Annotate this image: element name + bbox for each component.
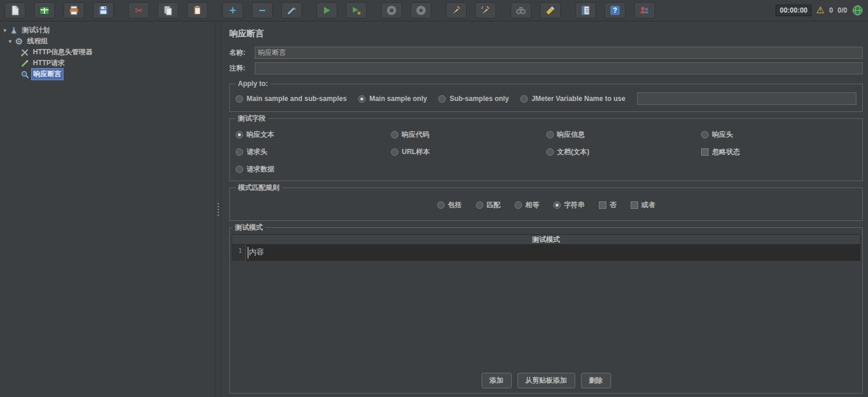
radio-request-headers[interactable]: 请求头 (236, 147, 391, 157)
new-button[interactable] (5, 2, 25, 18)
toolbar-group-tree: + − (222, 2, 302, 18)
radio-sub-samples-only[interactable]: Sub-samples only (438, 95, 509, 103)
radio-matches[interactable]: 匹配 (476, 200, 501, 210)
save-button[interactable] (93, 2, 114, 18)
start-button[interactable] (316, 2, 337, 18)
header-manager-icon (20, 48, 30, 57)
pattern-row[interactable]: 1 内容 (232, 245, 860, 261)
log-warning-icon[interactable]: ⚠ (816, 6, 824, 15)
radio-response-headers[interactable]: 响应头 (701, 130, 856, 140)
collapse-all-button[interactable]: − (252, 2, 273, 18)
radio-request-data[interactable]: 请求数据 (236, 164, 391, 174)
line-number: 1 (232, 245, 246, 261)
radio-circle-icon (358, 95, 366, 103)
new-file-icon (10, 5, 20, 16)
name-row: 名称: (229, 47, 863, 59)
tree-item-response-assertion[interactable]: 响应断言 (0, 69, 215, 80)
expand-all-icon: + (229, 5, 236, 16)
tree-item-test-plan[interactable]: ▼ 测试计划 (0, 25, 215, 36)
search-button[interactable] (511, 2, 531, 18)
radio-contains[interactable]: 包括 (437, 200, 462, 210)
checkbox-not[interactable]: 否 (599, 200, 617, 210)
add-from-clipboard-button[interactable]: 从剪贴板添加 (517, 373, 575, 388)
function-helper-button[interactable] (575, 2, 596, 18)
toolbar-group-stop (381, 2, 431, 18)
radio-circle-icon (236, 95, 243, 103)
panel-splitter[interactable] (215, 21, 221, 397)
radio-label: 相等 (526, 200, 539, 210)
templates-button[interactable] (34, 2, 55, 18)
comments-input[interactable] (255, 62, 863, 74)
radio-label: JMeter Variable Name to use (531, 95, 625, 103)
checkbox-icon (701, 148, 709, 156)
radio-jmeter-variable[interactable]: JMeter Variable Name to use (520, 95, 625, 103)
broom-icon (451, 5, 461, 16)
radio-label: 匹配 (487, 200, 501, 210)
test-plan-icon (9, 27, 19, 35)
pattern-matching-rules-group: 模式匹配规则 包括 匹配 相等 (229, 183, 863, 221)
toolbar-group-search (511, 2, 561, 18)
apply-to-legend: Apply to: (236, 80, 270, 88)
toolbar-status-area: 00:00:00 ⚠ 0 0/0 (776, 5, 863, 16)
checkbox-label: 忽略状态 (712, 147, 740, 157)
search-reset-button[interactable] (540, 2, 561, 18)
start-no-pauses-button[interactable] (346, 2, 367, 18)
radio-label: 文档(文本) (557, 147, 590, 157)
radio-document-text[interactable]: 文档(文本) (546, 147, 702, 157)
help-button[interactable]: ? (605, 2, 625, 18)
toggle-button[interactable] (281, 2, 302, 18)
radio-response-code[interactable]: 响应代码 (391, 130, 546, 140)
toolbar-group-misc: ? (575, 2, 655, 18)
chevron-down-icon[interactable]: ▼ (1, 28, 9, 33)
radio-circle-icon (236, 131, 243, 138)
tree-item-thread-group[interactable]: ▼ ⚙ 线程组 (0, 36, 215, 47)
patterns-to-test-group: 测试模式 测试模式 1 内容 添加 从剪贴板添加 删除 (229, 223, 863, 394)
response-assertion-panel: 响应断言 名称: 注释: Apply to: Main sample and s… (221, 21, 868, 397)
expand-all-button[interactable]: + (222, 2, 243, 18)
add-button[interactable]: 添加 (482, 373, 512, 388)
tree-item-http-header-manager[interactable]: HTTP信息头管理器 (0, 47, 215, 58)
radio-label: 请求头 (247, 147, 267, 157)
copy-button[interactable] (158, 2, 178, 18)
shutdown-button[interactable] (411, 2, 431, 18)
paste-icon (192, 5, 203, 16)
about-button[interactable] (634, 2, 655, 18)
save-icon (98, 5, 109, 16)
radio-equals[interactable]: 相等 (515, 200, 539, 210)
comments-label: 注释: (229, 63, 255, 73)
radio-url-sampled[interactable]: URL样本 (391, 147, 546, 157)
remote-globe-icon (852, 5, 863, 16)
name-input[interactable] (255, 47, 863, 59)
open-button[interactable] (64, 2, 84, 18)
radio-label: 包括 (448, 200, 462, 210)
checkbox-or[interactable]: 或者 (631, 200, 655, 210)
delete-button[interactable]: 删除 (581, 373, 611, 388)
paste-button[interactable] (187, 2, 208, 18)
radio-label: 字符串 (564, 200, 585, 210)
tree-item-label: 响应断言 (31, 68, 64, 80)
pattern-cell-editor[interactable]: 内容 (246, 245, 860, 261)
radio-response-message[interactable]: 响应信息 (546, 130, 702, 140)
field-to-test-group: 测试字段 响应文本 响应代码 响应信息 (229, 114, 863, 181)
radio-main-sample-and-subsamples[interactable]: Main sample and sub-samples (236, 95, 347, 103)
comments-row: 注释: (229, 62, 863, 74)
radio-substring[interactable]: 字符串 (553, 200, 585, 210)
chevron-down-icon[interactable]: ▼ (6, 39, 14, 44)
users-icon (639, 5, 650, 16)
checkbox-ignore-status[interactable]: 忽略状态 (701, 147, 856, 157)
clear-button[interactable] (446, 2, 467, 18)
radio-label: 响应信息 (557, 130, 585, 140)
cut-button[interactable]: ✂ (128, 2, 149, 18)
stop-button[interactable] (381, 2, 402, 18)
radio-main-sample-only[interactable]: Main sample only (358, 95, 427, 103)
jmeter-variable-input[interactable] (637, 92, 856, 105)
content-area: ▼ 测试计划 ▼ ⚙ 线程组 HTTP信息头管理器 (0, 21, 868, 397)
open-icon (69, 5, 79, 16)
patterns-to-test-legend: 测试模式 (233, 223, 265, 233)
stop-icon (387, 6, 396, 15)
clear-all-button[interactable] (475, 2, 496, 18)
radio-response-text[interactable]: 响应文本 (236, 130, 391, 140)
active-threads-count: 0/0 (837, 6, 847, 14)
tree-item-http-request[interactable]: HTTP请求 (0, 58, 215, 69)
radio-circle-icon (520, 95, 528, 103)
